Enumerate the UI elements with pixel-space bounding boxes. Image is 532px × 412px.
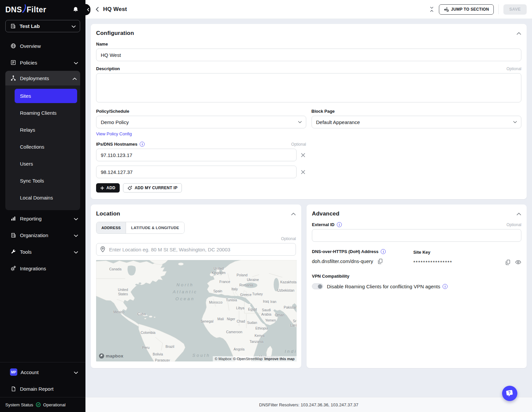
logo-text-dns: DNS (5, 5, 22, 14)
info-icon[interactable]: i (337, 222, 342, 227)
sidebar-item-users[interactable]: Users (5, 155, 80, 172)
logo-text-filter: Filter (27, 5, 46, 14)
attrib-openstreetmap[interactable]: © OpenStreetMap (233, 357, 263, 361)
sidebar-item-local-domains[interactable]: Local Domains (5, 189, 80, 206)
sidebar-item-deployments[interactable]: Deployments (5, 71, 80, 85)
sidebar-item-label: Roaming Clients (20, 110, 57, 116)
optional-tag: Optional (291, 142, 306, 147)
remove-ip-icon[interactable] (300, 169, 306, 175)
select-caret-icon (298, 121, 302, 123)
collapse-sections-icon[interactable] (429, 6, 434, 12)
notifications-bell-icon[interactable] (72, 6, 79, 13)
collapse-advanced-icon[interactable] (516, 212, 521, 215)
map-label: Oman (275, 313, 284, 317)
configuration-card: Configuration Name Description Optional … (91, 24, 527, 199)
collapse-configuration-icon[interactable] (516, 32, 521, 35)
location-search-input[interactable] (96, 243, 296, 256)
resolvers-text: DNSFilter Resolvers: 103.247.36.36, 103.… (259, 402, 358, 407)
system-status[interactable]: System Status Operational (0, 397, 85, 412)
info-icon[interactable]: i (443, 284, 448, 289)
vpn-compatibility-label: VPN Compatibility (312, 274, 349, 279)
sidebar-item-label: Users (20, 161, 33, 167)
eye-icon[interactable] (515, 260, 521, 265)
world-map[interactable]: CanadaUnited StatesMexicoCubaColombiaPer… (96, 260, 297, 361)
advanced-card: Advanced External ID i Optional (307, 205, 527, 368)
org-name: Test Lab (20, 23, 68, 29)
map-label: Niger (227, 317, 235, 322)
jump-to-section-button[interactable]: JUMP TO SECTION (439, 4, 494, 15)
collapse-location-icon[interactable] (291, 212, 296, 215)
attrib-improve-link[interactable]: Improve this map (264, 357, 295, 361)
attrib-mapbox[interactable]: © Mapbox (215, 357, 231, 361)
organization-icon (10, 232, 17, 238)
sidebar-item-domain-report[interactable]: Domain Report (0, 380, 85, 397)
description-textarea[interactable] (96, 73, 521, 102)
sidebar-item-sites[interactable]: Sites (15, 89, 77, 103)
save-button[interactable]: SAVE (503, 4, 527, 15)
sidebar-item-label: Policies (20, 60, 70, 66)
building-icon (10, 23, 16, 30)
map-label: Kenya (255, 334, 265, 338)
chevron-up-icon (72, 75, 77, 81)
sidebar-item-account[interactable]: MP Account (0, 364, 85, 380)
sidebar-item-tools[interactable]: Tools (0, 243, 85, 260)
mapbox-logo[interactable]: mapbox (99, 353, 123, 359)
site-key-value: **************** (413, 259, 452, 265)
sidebar-item-reporting[interactable]: Reporting (0, 210, 85, 227)
help-button[interactable]: ? (502, 386, 517, 401)
sidebar-item-relays[interactable]: Relays (5, 121, 80, 138)
map-label: South (193, 352, 210, 359)
info-icon[interactable]: i (140, 142, 145, 147)
sidebar-item-overview[interactable]: Overview (0, 38, 85, 54)
sidebar-item-sync-tools[interactable]: Sync Tools (5, 172, 80, 189)
sidebar-item-label: Domain Report (20, 386, 78, 392)
sidebar-item-policies[interactable]: Policies (0, 54, 85, 71)
map-label: Turkey (252, 292, 263, 297)
name-label: Name (96, 42, 108, 47)
app-window: DNS Filter Test Lab (0, 0, 532, 412)
info-icon[interactable]: i (381, 249, 386, 254)
org-selector[interactable]: Test Lab (5, 20, 80, 32)
map-label: Italy (231, 287, 238, 291)
view-policy-config-link[interactable]: View Policy Config (96, 131, 132, 136)
remove-ip-icon[interactable] (300, 152, 306, 158)
wrench-icon (10, 248, 17, 255)
optional-tag: Optional (506, 222, 521, 227)
location-title: Location (96, 210, 120, 217)
map-label: Colombia (141, 331, 155, 335)
map-label: Cameroon (226, 330, 242, 335)
sidebar-bottom: MP Account Domain Report (0, 362, 85, 397)
sidebar-item-roaming-clients[interactable]: Roaming Clients (5, 104, 80, 121)
sidebar-item-organization[interactable]: Organization (0, 227, 85, 243)
policy-select[interactable]: Demo Policy (96, 116, 306, 128)
add-ip-button[interactable]: ADD (96, 183, 120, 193)
chevron-down-icon (74, 369, 78, 375)
block-page-label: Block Page (312, 109, 335, 114)
ip-input[interactable] (96, 149, 297, 161)
external-id-input[interactable] (312, 229, 521, 242)
map-label: Iraq (263, 299, 269, 304)
chevron-down-icon (74, 60, 78, 66)
map-label: Uzbekistan (277, 288, 294, 293)
block-page-select[interactable]: Default Appearance (312, 116, 522, 128)
add-current-ip-button[interactable]: ADD MY CURRENT IP (123, 183, 182, 193)
vpn-toggle[interactable] (312, 283, 323, 289)
copy-icon[interactable] (377, 258, 383, 264)
ip-input[interactable] (96, 166, 297, 178)
back-icon[interactable] (95, 7, 99, 12)
site-key-label: Site Key (413, 250, 430, 255)
tab-address[interactable]: ADDRESS (96, 222, 126, 233)
page-header: HQ West JUMP TO SECTION SAVE (85, 0, 532, 19)
sidebar-item-collections[interactable]: Collections (5, 138, 80, 155)
copy-icon[interactable] (505, 259, 510, 265)
sidebar-item-label: Tools (20, 249, 70, 255)
name-input[interactable] (96, 49, 521, 61)
map-label: Paraguay (155, 358, 170, 361)
sidebar-item-label: Sites (20, 93, 31, 99)
map-label: Romania (239, 283, 253, 287)
tab-latitude-longitude[interactable]: LATITUDE & LONGITUDE (126, 222, 184, 233)
avatar: MP (10, 368, 17, 376)
sidebar-item-integrations[interactable]: Integrations (0, 260, 85, 277)
mapbox-logo-text: mapbox (106, 353, 123, 358)
map-label: France (219, 280, 230, 284)
